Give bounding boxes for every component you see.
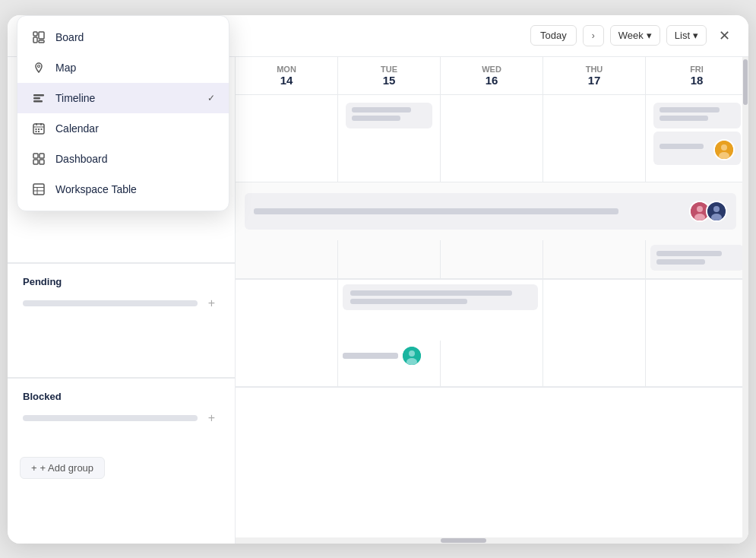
pending-fri-bar2 bbox=[656, 259, 705, 265]
task-bar-fri-3 bbox=[660, 144, 704, 149]
check-icon: ✓ bbox=[207, 93, 215, 103]
blocked-grid-bottom bbox=[236, 341, 748, 386]
svg-rect-7 bbox=[33, 100, 43, 103]
pending-cell-4 bbox=[543, 240, 646, 278]
calendar-row-1 bbox=[236, 95, 748, 182]
list-label: List bbox=[675, 30, 690, 41]
blocked-add-button[interactable]: + bbox=[204, 410, 220, 426]
day-num-fri: 18 bbox=[646, 74, 748, 87]
task-card-fri-1 bbox=[653, 103, 741, 128]
menu-item-workspace-table[interactable]: Workspace Table bbox=[17, 174, 229, 204]
day-num-mon: 14 bbox=[236, 74, 337, 87]
menu-item-dashboard[interactable]: Dashboard bbox=[17, 144, 229, 174]
task-card-tue-1 bbox=[346, 103, 432, 128]
sidebar-blocked-section: Blocked + bbox=[8, 379, 235, 439]
list-dropdown[interactable]: List ▾ bbox=[666, 25, 707, 46]
add-group-button[interactable]: + + Add group bbox=[20, 457, 105, 479]
sidebar-pending-section: Pending + bbox=[8, 264, 235, 324]
day-num-tue: 15 bbox=[338, 74, 440, 87]
blocked-row: + bbox=[23, 410, 220, 426]
list-chevron-icon: ▾ bbox=[693, 30, 698, 41]
timeline-icon bbox=[31, 90, 46, 106]
next-button[interactable]: › bbox=[583, 25, 604, 46]
svg-rect-3 bbox=[39, 40, 44, 43]
svg-rect-20 bbox=[40, 160, 44, 164]
header: ▾ Board bbox=[8, 15, 748, 57]
menu-item-board[interactable]: Board bbox=[17, 22, 229, 52]
blocked-bar2 bbox=[350, 299, 467, 304]
b-cell-tue bbox=[338, 341, 441, 386]
task-card-fri-2 bbox=[653, 132, 741, 165]
pending-bar-1 bbox=[254, 208, 618, 214]
svg-rect-19 bbox=[33, 160, 38, 164]
svg-rect-16 bbox=[38, 131, 40, 132]
pending-fri-task bbox=[650, 245, 744, 271]
week-dropdown[interactable]: Week ▾ bbox=[610, 25, 660, 46]
dropdown-menu: Board Map T bbox=[17, 15, 229, 211]
task-bar-2 bbox=[352, 116, 400, 121]
svg-rect-21 bbox=[33, 184, 44, 195]
menu-map-label: Map bbox=[55, 62, 76, 74]
svg-rect-0 bbox=[33, 32, 37, 36]
task-bar-fri-2 bbox=[660, 116, 708, 121]
menu-timeline-label: Timeline bbox=[55, 92, 95, 104]
pending-row: + bbox=[23, 295, 220, 312]
section-blocked-row bbox=[236, 280, 748, 388]
menu-item-map[interactable]: Map bbox=[17, 52, 229, 83]
menu-item-calendar[interactable]: Calendar bbox=[17, 113, 229, 144]
map-icon bbox=[31, 60, 46, 75]
day-header-thu: THU 17 bbox=[543, 57, 646, 94]
vertical-scrollbar[interactable] bbox=[742, 57, 748, 544]
blocked-bar1 bbox=[350, 290, 512, 296]
calendar-area: MON 14 TUE 15 WED 16 THU 17 FRI 18 bbox=[236, 57, 748, 544]
blocked-cell-fri bbox=[646, 280, 748, 341]
blocked-cell-mon bbox=[236, 280, 338, 341]
pending-add-button[interactable]: + bbox=[204, 295, 220, 312]
svg-rect-14 bbox=[41, 128, 43, 130]
avatar-fri-1 bbox=[713, 139, 735, 160]
pending-span-area bbox=[236, 182, 748, 240]
blocked-grid-top bbox=[236, 280, 748, 341]
day-header-wed: WED 16 bbox=[441, 57, 543, 94]
dashboard-icon bbox=[31, 151, 46, 166]
avatar-blocked-1 bbox=[401, 345, 422, 366]
pending-task-wrapper bbox=[239, 189, 745, 234]
day-name-mon: MON bbox=[277, 65, 296, 74]
pending-cell-1 bbox=[236, 240, 338, 278]
header-controls: Today › Week ▾ List ▾ ✕ bbox=[530, 24, 736, 47]
svg-rect-15 bbox=[36, 131, 37, 132]
avatar-row-fri bbox=[718, 139, 735, 160]
b-cell-fri bbox=[646, 341, 748, 386]
section-pending-row bbox=[236, 182, 748, 280]
pending-cell-3 bbox=[441, 240, 543, 278]
blocked-task-1 bbox=[343, 284, 538, 310]
menu-calendar-label: Calendar bbox=[55, 122, 99, 135]
svg-rect-18 bbox=[40, 154, 44, 158]
cell-wed-1 bbox=[441, 95, 543, 182]
cell-thu-1 bbox=[543, 95, 646, 182]
day-header-mon: MON 14 bbox=[236, 57, 338, 94]
cell-mon-1 bbox=[236, 95, 338, 182]
today-button[interactable]: Today bbox=[530, 25, 577, 46]
day-header-fri: FRI 18 bbox=[646, 57, 748, 94]
b-cell-mon bbox=[236, 341, 338, 386]
horizontal-scroll-thumb bbox=[441, 538, 486, 543]
pending-fri-bar1 bbox=[656, 251, 722, 256]
svg-rect-12 bbox=[36, 128, 37, 130]
svg-rect-17 bbox=[33, 154, 38, 158]
cell-tue-1 bbox=[338, 95, 441, 182]
board-icon bbox=[31, 30, 46, 45]
horizontal-scrollbar[interactable] bbox=[236, 537, 742, 544]
day-num-wed: 16 bbox=[441, 74, 542, 87]
svg-point-35 bbox=[409, 350, 415, 357]
svg-point-29 bbox=[697, 206, 703, 212]
close-button[interactable]: ✕ bbox=[713, 24, 736, 47]
app-window: ▾ Board bbox=[8, 15, 748, 544]
blocked-task2-bar bbox=[343, 353, 398, 359]
add-group-label: + Add group bbox=[40, 462, 93, 474]
menu-item-timeline[interactable]: Timeline ✓ bbox=[17, 83, 229, 113]
week-chevron-icon: ▾ bbox=[647, 30, 652, 41]
task-bars-fri bbox=[660, 144, 715, 152]
week-label: Week bbox=[618, 30, 644, 41]
calendar-icon bbox=[31, 121, 46, 136]
